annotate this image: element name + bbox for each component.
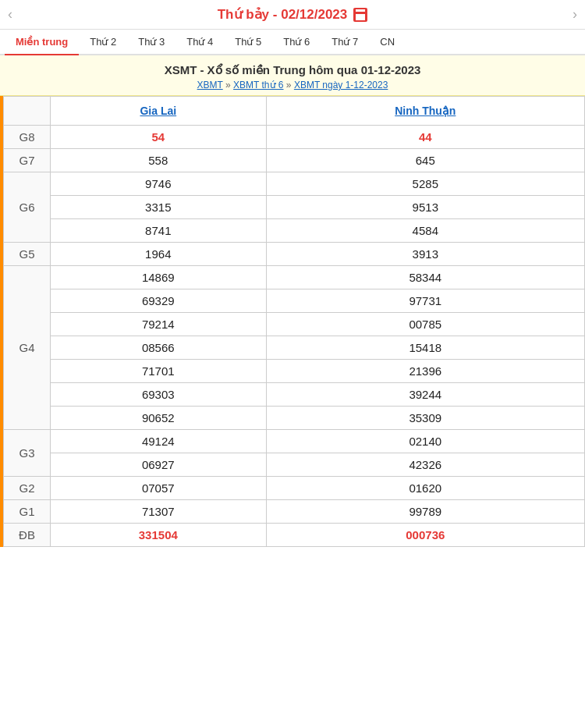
region-tab-cn[interactable]: CN <box>369 30 406 55</box>
region-tab-thu3[interactable]: Thứ 3 <box>127 30 176 55</box>
table-row: G34912402140 <box>4 430 585 453</box>
table-row: 87414584 <box>4 219 585 243</box>
table-row: G20705701620 <box>4 477 585 500</box>
header-title-text: Thứ bảy - 02/12/2023 <box>218 6 348 23</box>
next-arrow[interactable]: › <box>573 6 577 23</box>
col2-value: 9746 <box>51 172 267 196</box>
col-header-gialai: Gia Lai <box>51 97 267 126</box>
breadcrumb-sep-2: » <box>284 80 294 91</box>
col3-value: 02140 <box>266 430 584 453</box>
prize-label-cell: G4 <box>4 266 51 430</box>
prize-label-cell: G1 <box>4 500 51 524</box>
col3-value: 645 <box>266 149 584 172</box>
prize-label-cell: G7 <box>4 149 51 172</box>
col3-value: 44 <box>266 126 584 149</box>
col3-value: 15418 <box>266 336 584 360</box>
region-tab-thu5[interactable]: Thứ 5 <box>224 30 272 55</box>
table-row: G7558645 <box>4 149 585 172</box>
prize-label-cell: G6 <box>4 172 51 243</box>
table-row: 0856615418 <box>4 336 585 360</box>
lottery-table-wrapper: Gia Lai Ninh Thuận G85444G7558645G697465… <box>0 96 585 547</box>
col3-value: 3913 <box>266 243 584 266</box>
calendar-icon <box>353 8 367 22</box>
breadcrumb-sep-1: » <box>223 80 233 91</box>
main-title: XSMT - Xổ số miền Trung hôm qua 01-12-20… <box>3 63 582 77</box>
col3-value: 00785 <box>266 313 584 336</box>
table-row: 33159513 <box>4 196 585 219</box>
table-header-row: Gia Lai Ninh Thuận <box>4 97 585 126</box>
col3-value: 42326 <box>266 453 584 477</box>
col2-value: 54 <box>51 126 267 149</box>
col2-value: 1964 <box>51 243 267 266</box>
table-row: G697465285 <box>4 172 585 196</box>
table-row: G519643913 <box>4 243 585 266</box>
table-row: 7921400785 <box>4 313 585 336</box>
table-row: 6932997731 <box>4 289 585 313</box>
col3-value: 21396 <box>266 360 584 383</box>
col2-value: 3315 <box>51 196 267 219</box>
breadcrumb: XBMT » XBMT thứ 6 » XBMT ngày 1-12-2023 <box>3 80 582 91</box>
col2-value: 06927 <box>51 453 267 477</box>
col2-value: 08566 <box>51 336 267 360</box>
table-row: 0692742326 <box>4 453 585 477</box>
region-tabs: Miền trung Thứ 2 Thứ 3 Thứ 4 Thứ 5 Thứ 6… <box>0 30 585 55</box>
col2-value: 14869 <box>51 266 267 289</box>
prize-label-cell: G3 <box>4 430 51 477</box>
col3-value: 5285 <box>266 172 584 196</box>
col2-value: 49124 <box>51 430 267 453</box>
breadcrumb-link-2[interactable]: XBMT thứ 6 <box>233 80 283 91</box>
col2-value: 69329 <box>51 289 267 313</box>
table-row: 6930339244 <box>4 383 585 407</box>
table-row: G41486958344 <box>4 266 585 289</box>
col2-value: 71701 <box>51 360 267 383</box>
prev-arrow[interactable]: ‹ <box>8 6 12 23</box>
col2-value: 79214 <box>51 313 267 336</box>
region-tab-thu2[interactable]: Thứ 2 <box>79 30 127 55</box>
table-row: 7170121396 <box>4 360 585 383</box>
region-tab-thu6[interactable]: Thứ 6 <box>272 30 321 55</box>
col3-value: 01620 <box>266 477 584 500</box>
prize-label-cell: G2 <box>4 477 51 500</box>
col-header-prize <box>4 97 51 126</box>
col2-value: 558 <box>51 149 267 172</box>
col2-value: 71307 <box>51 500 267 524</box>
table-row: 9065235309 <box>4 407 585 430</box>
col3-value: 35309 <box>266 407 584 430</box>
prize-label-cell: G8 <box>4 126 51 149</box>
col-header-ninhthuan: Ninh Thuận <box>266 97 584 126</box>
col2-value: 90652 <box>51 407 267 430</box>
lottery-table: Gia Lai Ninh Thuận G85444G7558645G697465… <box>3 96 585 547</box>
info-header: XSMT - Xổ số miền Trung hôm qua 01-12-20… <box>0 55 585 96</box>
col3-value: 58344 <box>266 266 584 289</box>
breadcrumb-link-1[interactable]: XBMT <box>197 80 223 91</box>
top-navigation: ‹ Thứ bảy - 02/12/2023 › <box>0 0 585 30</box>
col3-value: 97731 <box>266 289 584 313</box>
col2-value: 8741 <box>51 219 267 243</box>
col2-value: 07057 <box>51 477 267 500</box>
region-tab-thu4[interactable]: Thứ 4 <box>176 30 224 55</box>
col3-value: 99789 <box>266 500 584 524</box>
breadcrumb-link-3[interactable]: XBMT ngày 1-12-2023 <box>294 80 388 91</box>
col2-value: 331504 <box>51 524 267 547</box>
col3-value: 4584 <box>266 219 584 243</box>
header-title: Thứ bảy - 02/12/2023 <box>218 6 368 23</box>
col3-value: 39244 <box>266 383 584 407</box>
table-row: ĐB331504000736 <box>4 524 585 547</box>
prize-label-cell: ĐB <box>4 524 51 547</box>
region-tab-thu7[interactable]: Thứ 7 <box>321 30 369 55</box>
col3-value: 9513 <box>266 196 584 219</box>
col3-value: 000736 <box>266 524 584 547</box>
col2-value: 69303 <box>51 383 267 407</box>
table-row: G17130799789 <box>4 500 585 524</box>
region-tab-mien-trung[interactable]: Miền trung <box>5 30 79 55</box>
table-row: G85444 <box>4 126 585 149</box>
prize-label-cell: G5 <box>4 243 51 266</box>
